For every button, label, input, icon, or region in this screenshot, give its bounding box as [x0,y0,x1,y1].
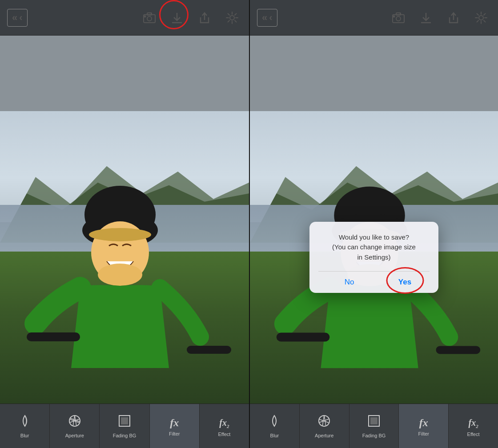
child-figure [0,111,249,404]
right-blur-button[interactable]: Blur [250,404,300,448]
svg-rect-30 [400,13,401,15]
nav-back-icon[interactable]: ‹ [19,12,22,24]
right-camera-button[interactable] [389,8,408,28]
right-toolbar: « ‹ [250,0,498,36]
right-blur-icon [267,414,281,430]
left-toolbar: « ‹ [0,0,249,36]
right-fading-bg-label: Fading BG [362,433,386,438]
dialog-message: Would you like to save? (You can change … [318,232,430,263]
right-photo-area: Would you like to save? (You can change … [250,111,498,404]
camera-button[interactable] [140,8,159,28]
save-dialog: Would you like to save? (You can change … [309,222,438,293]
left-nav-group: « ‹ [7,9,28,27]
aperture-button[interactable]: Aperture [50,404,100,448]
effect-button[interactable]: fx2 Effect [200,404,249,448]
left-preview-area [0,36,249,111]
svg-point-1 [147,16,152,21]
right-panel: « ‹ [249,0,498,448]
svg-point-17 [89,228,151,241]
right-aperture-icon [317,414,331,430]
save-dialog-overlay: Would you like to save? (You can change … [250,111,498,404]
right-filter-icon: fx [419,416,428,428]
svg-point-27 [396,16,401,21]
right-effect-button[interactable]: fx2 Effect [449,404,498,448]
right-settings-button[interactable] [471,8,491,28]
right-nav-back-box[interactable]: « ‹ [257,9,277,27]
fading-bg-button[interactable]: Fading BG [100,404,149,448]
share-button[interactable] [195,8,214,28]
blur-label: Blur [20,433,29,438]
download-button[interactable] [167,8,187,28]
right-actions-group [389,8,491,28]
svg-point-14 [98,264,142,286]
filter-label: Filter [169,431,180,436]
right-filter-button[interactable]: fx Filter [399,404,449,448]
right-blur-label: Blur [270,433,279,438]
right-effect-icon: fx2 [469,416,478,429]
aperture-label: Aperture [65,433,84,438]
right-nav-back-icon[interactable]: ‹ [269,12,272,24]
right-download-button[interactable] [416,8,436,28]
dialog-no-button[interactable]: No [318,272,380,293]
svg-rect-50 [370,417,378,424]
effect-icon: fx2 [219,416,229,429]
right-aperture-button[interactable]: Aperture [300,404,349,448]
svg-rect-25 [121,417,128,424]
svg-point-3 [145,16,146,17]
dialog-buttons: No Yes [318,271,430,293]
settings-button[interactable] [222,8,242,28]
svg-point-8 [230,16,234,20]
left-photo-area [0,111,249,404]
aperture-icon [68,414,82,430]
nav-back-box[interactable]: « ‹ [7,9,28,27]
svg-rect-16 [187,346,231,354]
blur-button[interactable]: Blur [0,404,50,448]
svg-rect-15 [27,332,80,341]
filter-icon: fx [170,416,179,428]
right-fading-bg-icon [367,414,381,430]
svg-point-29 [394,16,395,17]
right-bottom-bar: Blur Aperture Fading BG [250,404,498,448]
right-aperture-label: Aperture [315,433,333,438]
left-panel: « ‹ [0,0,249,448]
fading-bg-label: Fading BG [113,433,137,438]
right-nav-group: « ‹ [257,9,277,27]
nav-double-back-icon[interactable]: « [12,12,17,24]
right-preview-area [250,36,498,111]
svg-rect-4 [151,13,152,15]
left-actions-group [140,8,242,28]
filter-button[interactable]: fx Filter [150,404,200,448]
right-share-button[interactable] [444,8,463,28]
left-scene [0,111,249,404]
blur-icon [18,414,32,430]
svg-point-34 [479,16,483,20]
right-nav-double-back-icon[interactable]: « [262,12,267,24]
right-effect-label: Effect [467,432,480,437]
right-filter-label: Filter [418,431,429,436]
effect-label: Effect [218,432,230,437]
right-fading-bg-button[interactable]: Fading BG [349,404,399,448]
left-bottom-bar: Blur Aperture Fa [0,404,249,448]
fading-bg-icon [117,414,132,430]
dialog-yes-button[interactable]: Yes [380,272,430,293]
